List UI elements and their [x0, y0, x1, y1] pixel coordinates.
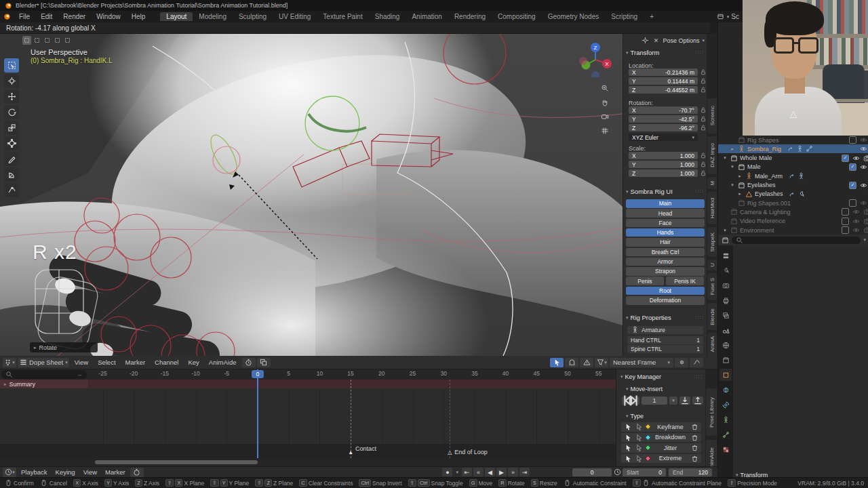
tab-object-data[interactable] — [719, 413, 732, 426]
ds-menu-key[interactable]: Key — [183, 359, 203, 366]
viewport-3d[interactable]: User Perspective (0) Sombra_Rig : HandIK… — [0, 34, 623, 356]
sidebar-tab-screenc[interactable]: Screenc — [707, 98, 717, 134]
sidebar-tab-u[interactable]: U — [707, 260, 717, 270]
lock-icon[interactable] — [700, 106, 707, 114]
pose-icon[interactable] — [795, 145, 804, 153]
grid-toggle-icon[interactable] — [601, 127, 609, 135]
trash-icon[interactable] — [690, 433, 698, 441]
rotation-mode-dropdown[interactable]: XYZ Euler▾ — [629, 134, 698, 141]
navigation-gizmo[interactable]: Z X — [578, 42, 613, 77]
eye-icon[interactable] — [852, 154, 860, 162]
show-hidden-toggle[interactable] — [565, 358, 578, 367]
checkbox-unchecked[interactable] — [842, 218, 849, 225]
tab-view-layer[interactable] — [719, 309, 732, 321]
sidebar-tab-shapek[interactable]: ShapeK — [707, 227, 717, 257]
record-button[interactable]: ● — [442, 468, 452, 476]
tool-measure[interactable] — [4, 167, 19, 182]
tool-annotate[interactable] — [4, 152, 19, 166]
checkbox-checked[interactable]: ✓ — [849, 182, 856, 189]
workspace-tab-animation[interactable]: Animation — [406, 12, 448, 21]
scale-z-field[interactable]: Z1.000 — [629, 169, 698, 177]
rig-button-penis[interactable]: Penis — [626, 277, 664, 285]
panel-sombra-rig-ui[interactable]: ▾Sombra Rig UI — [626, 188, 673, 195]
panel-key-manager[interactable]: ▾Key Manager — [620, 373, 661, 380]
keytype-jitter[interactable]: Jitter — [621, 443, 701, 453]
cursor-icon[interactable] — [624, 444, 632, 452]
cursor-outline-icon[interactable] — [635, 444, 643, 452]
marker-row[interactable]: ▲Contact△End of Loop — [0, 444, 616, 458]
trash-icon[interactable] — [690, 444, 698, 452]
camera-icon[interactable] — [863, 154, 868, 162]
scale-y-field[interactable]: Y1.000 — [629, 161, 698, 168]
cursor-icon[interactable] — [624, 423, 632, 431]
workspace-tab-scripting[interactable]: Scripting — [605, 12, 644, 21]
checkbox-unchecked[interactable] — [849, 136, 856, 144]
rig-button-head[interactable]: Head — [626, 209, 705, 218]
outliner-row-video-reference[interactable]: Video Reference — [718, 217, 868, 226]
cursor-icon[interactable] — [624, 433, 632, 441]
link-icon[interactable] — [788, 190, 796, 198]
tab-world[interactable] — [719, 339, 732, 351]
lock-icon[interactable] — [700, 68, 707, 76]
play-reverse-button[interactable]: ◀ — [485, 468, 495, 476]
lock-icon[interactable] — [700, 77, 707, 85]
menu-edit[interactable]: Edit — [35, 12, 58, 21]
keytype-keyframe[interactable]: Keyframe — [621, 422, 701, 432]
workspace-tab-compositing[interactable]: Compositing — [492, 12, 542, 21]
menu-render[interactable]: Render — [58, 12, 91, 21]
current-frame-field[interactable]: 0 — [572, 468, 612, 476]
rig-button-main[interactable]: Main — [626, 199, 705, 208]
filter-button[interactable]: ▾ — [595, 358, 608, 367]
rotation-z-field[interactable]: Z-96.2° — [629, 124, 698, 131]
ds-menu-marker[interactable]: Marker — [121, 359, 151, 366]
workspace-tab-geometry-nodes[interactable]: Geometry Nodes — [542, 12, 606, 21]
move-amount-field[interactable]: 1 — [642, 396, 667, 405]
playback-sync-button[interactable] — [242, 358, 256, 367]
rig-button-penis-ik[interactable]: Penis IK — [666, 277, 704, 285]
chevron-down-icon[interactable]: ▾ — [863, 237, 866, 243]
ds-menu-select[interactable]: Select — [93, 359, 120, 366]
timeline-menu-playback[interactable]: Playback — [17, 468, 52, 476]
keyframe-area[interactable] — [0, 388, 616, 444]
workspace-tab-texture-paint[interactable]: Texture Paint — [317, 12, 368, 21]
jump-end-button[interactable]: ⇥ — [519, 468, 530, 476]
sidebar-tab-hairmod[interactable]: HairMod — [707, 192, 717, 224]
checkbox-checked[interactable]: ✓ — [849, 163, 856, 171]
link-icon[interactable] — [787, 172, 795, 180]
insert-down-button[interactable] — [679, 396, 690, 405]
keytype-breakdown[interactable]: Breakdown — [621, 433, 701, 443]
eye-icon[interactable] — [859, 181, 867, 189]
timeline-ruler[interactable]: -25-20-15-10-5510152025303540455055 — [0, 369, 616, 380]
rig-prop-spine-ctrl[interactable]: Spine CTRL1 — [627, 345, 703, 353]
rig-button-face[interactable]: Face — [626, 219, 705, 228]
channel-summary[interactable]: ▸ Summary — [0, 380, 88, 388]
tab-tool[interactable] — [719, 264, 732, 277]
dope-sheet-mode-dropdown[interactable]: Dope Sheet▾ — [18, 358, 69, 367]
cursor-icon[interactable] — [624, 454, 632, 462]
frame-start-field[interactable]: Start0 — [623, 468, 666, 476]
location-x-field[interactable]: X-0.21436 m — [629, 68, 698, 76]
marker-label[interactable]: End of Loop — [454, 449, 488, 455]
overlap-frames-button[interactable] — [257, 358, 271, 367]
sidebar-tab-pose-library[interactable]: Pose Library — [706, 388, 717, 436]
checkbox-unchecked[interactable] — [849, 199, 856, 207]
timeline-menu-keying[interactable]: Keying — [52, 468, 79, 476]
jump-start-button[interactable]: ⇤ — [462, 468, 472, 476]
rig-button-armor[interactable]: Armor — [626, 258, 705, 266]
outliner-row-rig-shapes[interactable]: Rig Shapes — [718, 136, 868, 144]
cursor-outline-icon[interactable] — [635, 454, 643, 462]
panel-type[interactable]: ▾Type — [626, 413, 644, 420]
tool-rotate[interactable] — [4, 105, 19, 119]
lock-icon[interactable] — [700, 169, 707, 177]
ds-menu-animaide[interactable]: AnimAide — [204, 359, 241, 366]
select-mode-lasso[interactable] — [53, 36, 62, 45]
lock-icon[interactable] — [700, 152, 707, 159]
disclosure-icon[interactable]: ▸ — [730, 146, 735, 152]
snap-mode-dropdown[interactable]: Nearest Frame▾ — [610, 358, 673, 367]
cursor-outline-icon[interactable] — [635, 433, 643, 441]
ds-menu-channel[interactable]: Channel — [150, 359, 183, 366]
chevron-down-icon[interactable]: ▾ — [456, 470, 458, 475]
disclosure-icon[interactable]: ▾ — [722, 155, 728, 161]
eye-icon[interactable] — [859, 136, 867, 144]
only-selected-toggle[interactable] — [550, 358, 564, 367]
